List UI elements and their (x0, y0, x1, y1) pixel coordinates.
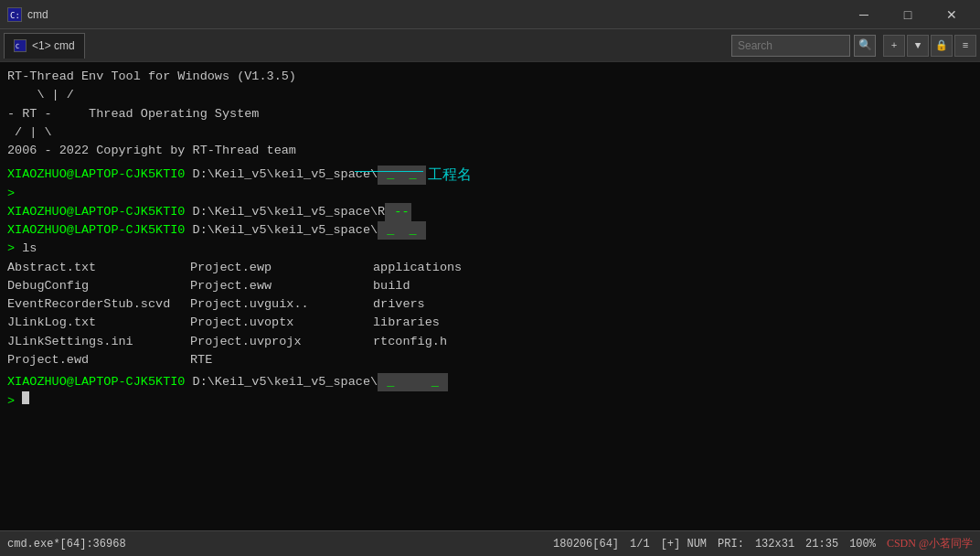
window-controls: ─ □ ✕ (843, 0, 973, 29)
status-pos4: PRI: (718, 538, 744, 551)
lock-icon[interactable]: 🔒 (931, 35, 953, 57)
file-eventrecorder: EventRecorderStub.scvd (7, 295, 190, 314)
file-jlinklog: JLinkLog.txt (7, 314, 190, 332)
terminal-line-5: 2006 - 2022 Copyright by RT-Thread team (7, 142, 973, 160)
status-bar: cmd.exe*[64]:36968 180206[64] 1/1 [+] NU… (0, 530, 980, 556)
svg-text:C:: C: (10, 11, 20, 20)
terminal-prompt-3: XIAOZHUO@LAPTOP-CJK5KTI0 D:\Keil_v5\keil… (7, 221, 973, 240)
file-uvoptx: Project.uvoptx (190, 314, 373, 332)
file-ewd: Project.ewd (7, 351, 190, 369)
minimize-button[interactable]: ─ (843, 0, 885, 29)
terminal-cursor (22, 391, 29, 404)
status-pos2: 1/1 (630, 538, 650, 551)
terminal-prompt-1b: > (7, 185, 973, 203)
file-debugconfig: DebugConfig (7, 277, 190, 295)
file-rte: RTE (190, 351, 373, 369)
terminal-input-line[interactable]: > (7, 391, 973, 411)
file-jlinksettings: JLinkSettings.ini (7, 333, 190, 351)
terminal[interactable]: RT-Thread Env Tool for Windows (V1.3.5) … (0, 62, 980, 530)
file-applications: applications (373, 259, 556, 277)
status-pos5: 132x31 (755, 538, 794, 551)
status-pos1: 180206[64] (553, 538, 619, 551)
cmd-tab[interactable]: C <1> cmd (4, 33, 85, 59)
status-pos3: [+] NUM (661, 538, 707, 551)
file-libraries: libraries (373, 314, 556, 332)
status-zoom: 100% (849, 538, 876, 551)
watermark: CSDN @小茗同学 (887, 536, 973, 551)
status-process: cmd.exe*[64]:36968 (7, 538, 126, 551)
annotation-label: 工程名 (428, 164, 472, 186)
file-abstract: Abstract.txt (7, 259, 190, 277)
window-title: cmd (27, 8, 48, 21)
svg-text:C: C (16, 43, 19, 50)
search-button[interactable]: 🔍 (854, 35, 876, 57)
menu-button[interactable]: ≡ (954, 35, 976, 57)
terminal-prompt-4: XIAOZHUO@LAPTOP-CJK5KTI0 D:\Keil_v5\keil… (7, 373, 973, 391)
app-icon: C: (7, 7, 22, 22)
terminal-line-4: / | \ (7, 123, 973, 142)
file-empty (373, 351, 556, 369)
file-build: build (373, 277, 556, 295)
search-input[interactable] (731, 35, 850, 57)
file-listing: Abstract.txt Project.ewp applications De… (7, 259, 973, 370)
file-eww: Project.eww (190, 277, 373, 295)
file-uvprojx: Project.uvprojx (190, 333, 373, 351)
maximize-button[interactable]: □ (887, 0, 929, 29)
toolbar-icons: + ▼ 🔒 ≡ (883, 35, 976, 57)
terminal-line-2: \ | / (7, 86, 973, 104)
title-bar: C: cmd ─ □ ✕ (0, 0, 980, 29)
file-rtconfig: rtconfig.h (373, 333, 556, 351)
file-drivers: drivers (373, 295, 556, 314)
status-time: 21:35 (805, 538, 838, 551)
annotation-line (355, 171, 423, 172)
close-button[interactable]: ✕ (931, 0, 973, 29)
terminal-prompt-2: XIAOZHUO@LAPTOP-CJK5KTI0 D:\Keil_v5\keil… (7, 203, 973, 221)
file-uvguix: Project.uvguix.. (190, 295, 373, 314)
tab-icon: C (14, 39, 27, 52)
terminal-line-3: - RT - Thread Operating System (7, 105, 973, 123)
terminal-line-1: RT-Thread Env Tool for Windows (V1.3.5) (7, 68, 973, 86)
tab-bar: C <1> cmd 🔍 + ▼ 🔒 ≡ (0, 29, 980, 62)
add-tab-button[interactable]: + (883, 35, 905, 57)
terminal-prompt-1: XIAOZHUO@LAPTOP-CJK5KTI0 D:\Keil_v5\keil… (7, 166, 973, 184)
dropdown-button[interactable]: ▼ (907, 35, 929, 57)
file-ewp: Project.ewp (190, 259, 373, 277)
tab-label: <1> cmd (32, 39, 75, 52)
status-right: 180206[64] 1/1 [+] NUM PRI: 132x31 21:35… (553, 536, 973, 551)
search-area: 🔍 + ▼ 🔒 ≡ (731, 35, 976, 57)
terminal-ls-cmd: > ls (7, 240, 973, 258)
